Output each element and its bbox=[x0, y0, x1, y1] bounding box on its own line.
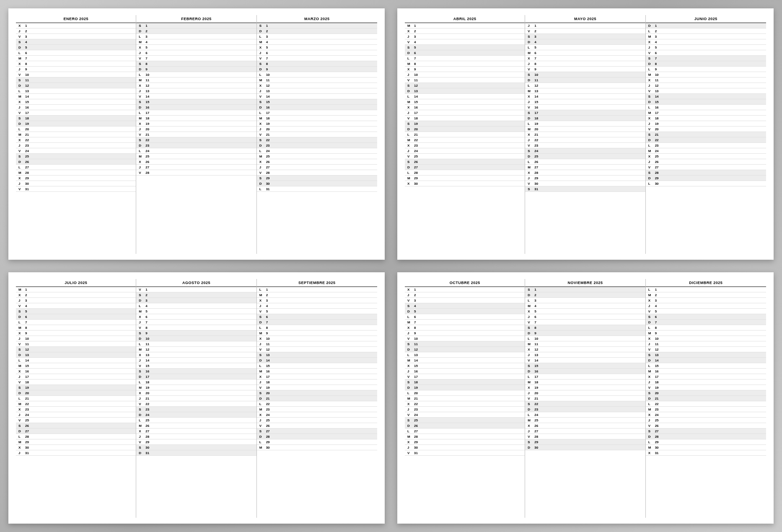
day-number: 30 bbox=[25, 446, 34, 449]
day-letter: X bbox=[407, 29, 414, 33]
day-letter: D bbox=[648, 100, 655, 104]
day-letter: X bbox=[407, 288, 414, 292]
day-letter: M bbox=[18, 57, 25, 60]
day-number: 3 bbox=[414, 299, 422, 302]
day-number: 22 bbox=[655, 402, 663, 406]
day-row: X24 bbox=[646, 412, 766, 418]
day-row: J24 bbox=[16, 412, 136, 418]
day-letter: S bbox=[259, 138, 266, 142]
day-number: 21 bbox=[414, 397, 422, 400]
day-number: 6 bbox=[145, 315, 154, 319]
day-number: 12 bbox=[414, 348, 422, 351]
day-number: 15 bbox=[25, 100, 34, 104]
day-letter: X bbox=[528, 348, 534, 351]
day-letter: V bbox=[407, 299, 414, 302]
day-letter: J bbox=[407, 369, 414, 373]
days-list: L1M2X3J4V5S6D7L8M9X10J11V12S13D14L15M16X… bbox=[646, 287, 766, 518]
day-letter: V bbox=[407, 451, 414, 455]
day-row: L5 bbox=[525, 45, 645, 50]
day-row: V24 bbox=[16, 148, 136, 154]
day-letter: S bbox=[648, 171, 655, 175]
day-row: V14 bbox=[136, 94, 256, 99]
day-number: 15 bbox=[145, 100, 154, 104]
day-number: 10 bbox=[25, 337, 34, 341]
day-row: J20 bbox=[525, 390, 645, 396]
day-number: 5 bbox=[655, 46, 663, 49]
day-letter: M bbox=[648, 35, 655, 39]
day-row: J17 bbox=[16, 374, 136, 380]
day-row: S26 bbox=[16, 423, 136, 429]
months-columns: ABRIL 2025M1X2J3V4S5D6L7M8X9J10V11S12D13… bbox=[405, 15, 766, 254]
day-row: J27 bbox=[525, 429, 645, 434]
day-row: M23 bbox=[257, 407, 377, 412]
day-row: L19 bbox=[525, 121, 645, 127]
day-row: V8 bbox=[136, 325, 256, 331]
day-letter: V bbox=[259, 95, 266, 98]
day-row: S9 bbox=[136, 331, 256, 336]
day-row: S15 bbox=[525, 363, 645, 369]
day-row: L28 bbox=[16, 434, 136, 439]
day-row: X19 bbox=[136, 121, 256, 127]
day-letter: J bbox=[528, 315, 534, 319]
day-number: 2 bbox=[414, 29, 422, 33]
day-number: 18 bbox=[534, 380, 543, 384]
day-letter: S bbox=[139, 331, 145, 335]
day-letter: V bbox=[407, 40, 414, 44]
day-letter: D bbox=[528, 116, 534, 120]
day-number: 8 bbox=[145, 62, 154, 66]
day-row: X22 bbox=[405, 401, 525, 407]
day-row: L13 bbox=[16, 88, 136, 94]
day-row: V25 bbox=[405, 154, 525, 159]
day-row: L27 bbox=[405, 429, 525, 434]
day-letter: X bbox=[139, 84, 145, 88]
day-number: 29 bbox=[25, 176, 34, 180]
day-row: V6 bbox=[646, 50, 766, 56]
day-letter: L bbox=[139, 304, 145, 308]
day-number: 26 bbox=[25, 424, 34, 428]
day-row: D27 bbox=[405, 165, 525, 170]
day-row: J25 bbox=[257, 418, 377, 423]
day-number: 9 bbox=[534, 331, 543, 335]
month-title: JUNIO 2025 bbox=[646, 15, 766, 23]
day-letter: L bbox=[528, 160, 534, 164]
day-number: 16 bbox=[655, 369, 663, 373]
day-letter: D bbox=[139, 337, 145, 341]
day-number: 23 bbox=[25, 144, 34, 147]
day-number: 7 bbox=[414, 57, 422, 60]
day-number: 26 bbox=[414, 160, 422, 164]
day-letter: S bbox=[648, 429, 655, 433]
day-number: 4 bbox=[145, 40, 154, 44]
day-row: X19 bbox=[525, 385, 645, 390]
day-letter: D bbox=[528, 369, 534, 373]
day-number: 8 bbox=[145, 326, 154, 330]
day-number: 12 bbox=[266, 84, 274, 88]
day-row: V15 bbox=[136, 363, 256, 369]
day-letter: L bbox=[648, 67, 655, 71]
day-row: M30 bbox=[257, 445, 377, 450]
day-number: 21 bbox=[534, 397, 543, 400]
day-row: M25 bbox=[136, 154, 256, 159]
day-row: L15 bbox=[257, 363, 377, 369]
day-letter: L bbox=[259, 111, 266, 115]
day-number: 9 bbox=[145, 67, 154, 71]
day-row: D20 bbox=[405, 127, 525, 132]
day-number: 10 bbox=[25, 73, 34, 77]
day-row: L21 bbox=[405, 132, 525, 137]
day-letter: D bbox=[259, 359, 266, 362]
day-row: D26 bbox=[16, 159, 136, 165]
day-row: X20 bbox=[136, 390, 256, 396]
day-letter: L bbox=[407, 57, 414, 60]
day-letter: S bbox=[528, 364, 534, 368]
day-number: 11 bbox=[414, 78, 422, 82]
day-number: 28 bbox=[534, 435, 543, 439]
day-letter: L bbox=[18, 89, 25, 93]
day-number: 27 bbox=[534, 165, 543, 169]
day-number: 16 bbox=[414, 106, 422, 109]
month-title: JULIO 2025 bbox=[16, 279, 136, 287]
day-row: J20 bbox=[257, 127, 377, 132]
day-number: 17 bbox=[414, 375, 422, 379]
day-row: V20 bbox=[646, 127, 766, 132]
day-number: 12 bbox=[25, 84, 34, 88]
day-letter: M bbox=[259, 78, 266, 82]
day-row: V12 bbox=[646, 347, 766, 352]
